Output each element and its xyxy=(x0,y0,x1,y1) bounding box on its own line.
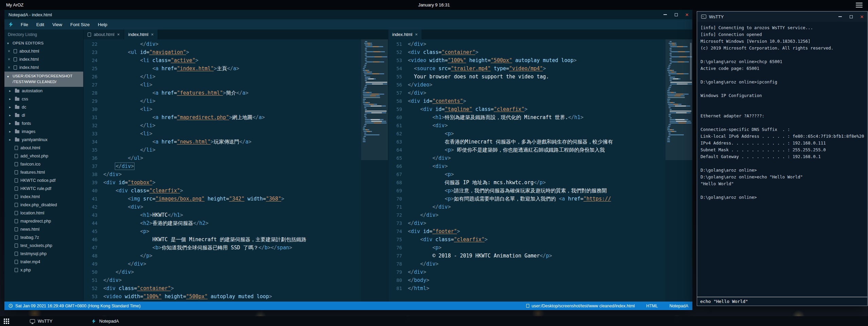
close-icon[interactable]: × xyxy=(8,65,11,70)
close-button[interactable]: × xyxy=(856,12,867,22)
line-number: 44 xyxy=(84,219,103,227)
terminal-input[interactable]: echo "Hello World" xyxy=(697,297,867,306)
close-icon[interactable]: × xyxy=(8,57,11,62)
workspace-folder-header[interactable]: ▾ USER:/DESKTOP/SCREENSHOT /TEST/WWW CLE… xyxy=(4,72,83,87)
line-number: 46 xyxy=(84,235,103,244)
folder-item[interactable]: ▸dl xyxy=(4,111,83,119)
code-line: 72 </div> xyxy=(388,211,666,219)
close-tab-icon[interactable]: × xyxy=(415,32,418,37)
scrollbar-thumb[interactable] xyxy=(690,43,692,80)
minimap-slider[interactable] xyxy=(361,39,388,160)
notepada-app-icon xyxy=(91,319,96,324)
code-text: </div> xyxy=(408,219,426,227)
menu-item-file[interactable]: File xyxy=(17,21,32,28)
folder-item[interactable]: ▸yamlyamlinux xyxy=(4,136,83,144)
open-editors-header[interactable]: ▾ OPEN EDITORS xyxy=(4,39,83,47)
line-number: 26 xyxy=(84,73,103,81)
close-tab-icon[interactable]: × xyxy=(117,32,120,37)
file-item[interactable]: news.html xyxy=(4,225,83,233)
chevron-right-icon: ▸ xyxy=(9,113,13,117)
code-line: 78 </div> xyxy=(388,260,666,268)
file-icon xyxy=(15,211,18,215)
folder-name: css xyxy=(22,97,28,101)
file-item[interactable]: add_vhost.php xyxy=(4,152,83,160)
code-text: <li> xyxy=(103,105,153,113)
wstty-titlebar[interactable]: >_ WsTTY × xyxy=(697,12,867,22)
file-item[interactable]: test_sockets.php xyxy=(4,242,83,250)
file-item[interactable]: index.html xyxy=(4,193,83,201)
code-editor-left[interactable]: 22 </div>23 <ul id="navigation">24 <li c… xyxy=(84,40,361,302)
close-button[interactable]: × xyxy=(681,10,692,19)
open-editor-item[interactable]: ×about.html xyxy=(4,47,83,55)
line-number: 73 xyxy=(388,219,408,227)
minimap-left[interactable] xyxy=(361,39,388,302)
taskbar-item-wstty[interactable]: WsTTY xyxy=(26,316,88,326)
folder-item[interactable]: ▸dc xyxy=(4,103,83,111)
file-item[interactable]: HKWTC rule.pdf xyxy=(4,185,83,193)
file-item[interactable]: features.html xyxy=(4,168,83,176)
file-icon xyxy=(15,227,18,231)
close-tab-icon[interactable]: × xyxy=(151,32,154,37)
tab-about.html[interactable]: about.html× xyxy=(84,30,124,39)
hamburger-menu-icon[interactable] xyxy=(856,3,863,7)
tab-index.html[interactable]: index.html× xyxy=(388,30,422,39)
code-text: HKWTC 是一個 Minecraft 的建築伺服器，主要建築計劃包括鐵路 xyxy=(103,235,306,244)
code-line: 52<div class="container"> xyxy=(84,284,361,292)
taskbar-item-notepada[interactable]: NotepadA xyxy=(88,316,149,326)
file-item[interactable]: x.php xyxy=(4,266,83,274)
code-line: 51</div> xyxy=(388,40,666,48)
folder-icon xyxy=(15,122,19,125)
menu-item-view[interactable]: View xyxy=(48,21,66,28)
window-title: WsTTY xyxy=(709,14,724,19)
code-line: 63 在香港的Minecraft 伺服器中，多為小遊戲和純生存的伺服器，較少擁有 xyxy=(388,138,666,146)
code-text: <p>請注意，我們的伺服器為確保玩家及遊玩時的質素，我們對的服務開 xyxy=(408,187,607,195)
minimap-right[interactable] xyxy=(666,39,692,302)
file-item[interactable]: favicon.ico xyxy=(4,160,83,168)
code-line: 80</body> xyxy=(388,276,666,284)
maximize-button[interactable] xyxy=(846,12,856,22)
status-language[interactable]: HTML xyxy=(646,304,658,308)
menu-item-font-size[interactable]: Font Size xyxy=(66,21,94,28)
minimap-slider[interactable] xyxy=(666,39,692,160)
clock-icon xyxy=(8,304,13,308)
open-editor-item[interactable]: ×index.html xyxy=(4,55,83,63)
file-item[interactable]: testmysql.php xyxy=(4,250,83,258)
terminal-line: Default Gateway . . . . . . . . . : 192.… xyxy=(701,153,864,160)
line-number: 33 xyxy=(84,130,103,138)
file-name: features.html xyxy=(20,170,45,175)
code-line: 65 </div> xyxy=(388,154,666,162)
file-item[interactable]: HKWTC notice.pdf xyxy=(4,176,83,185)
terminal-line: Active code page: 65001 xyxy=(701,65,864,72)
tab-index.html[interactable]: index.html× xyxy=(124,30,158,39)
code-line: 44 <h2>香港的建築伺服器</h2> xyxy=(84,219,361,227)
file-item[interactable]: teabag.7z xyxy=(4,233,83,242)
chevron-right-icon: ▸ xyxy=(9,89,13,93)
maximize-button[interactable] xyxy=(671,10,681,19)
folder-item[interactable]: ▸fonts xyxy=(4,119,83,128)
file-icon xyxy=(15,162,18,166)
code-text: </div> xyxy=(408,40,426,48)
code-editor-right[interactable]: 51</div>52<div class="container">53<vide… xyxy=(388,40,666,302)
file-item[interactable]: trailer.mp4 xyxy=(4,258,83,266)
file-icon xyxy=(526,304,529,308)
file-item[interactable]: location.html xyxy=(4,209,83,217)
notepada-titlebar[interactable]: NotepadA - index.html × xyxy=(4,10,692,19)
tab-label: index.html xyxy=(128,32,148,37)
folder-item[interactable]: ▸css xyxy=(4,95,83,103)
chevron-right-icon: ▸ xyxy=(9,121,13,125)
wstty-window: >_ WsTTY × [info] Conencting to arozos W… xyxy=(697,11,868,306)
minimize-button[interactable] xyxy=(835,12,846,22)
menu-item-edit[interactable]: Edit xyxy=(32,21,48,28)
minimize-button[interactable] xyxy=(660,10,671,19)
code-text: </div> xyxy=(408,260,439,268)
folder-item[interactable]: ▸autostation xyxy=(4,87,83,95)
code-line: 57</div> xyxy=(388,89,666,97)
menu-item-help[interactable]: Help xyxy=(94,21,111,28)
open-editor-item[interactable]: ×index.html xyxy=(4,63,83,72)
app-launcher-icon[interactable] xyxy=(3,318,10,325)
close-icon[interactable]: × xyxy=(8,49,11,54)
file-item[interactable]: about.html xyxy=(4,144,83,152)
file-item[interactable]: mapredirect.php xyxy=(4,217,83,225)
file-item[interactable]: index.php_disabled xyxy=(4,201,83,209)
folder-item[interactable]: ▸images xyxy=(4,128,83,136)
